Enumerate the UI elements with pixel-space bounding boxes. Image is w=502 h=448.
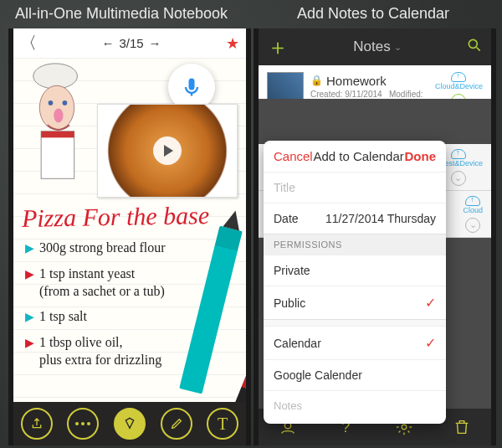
chef-illustration bbox=[17, 62, 97, 196]
right-phone: ＋ Notes ⌄ 🔒 Homework Created: 9/11/2014 bbox=[254, 28, 496, 445]
add-button[interactable]: ＋ bbox=[267, 33, 289, 62]
back-button[interactable]: 〈 bbox=[20, 32, 37, 54]
recipe-title: Pizza For the base bbox=[22, 201, 210, 233]
date-value: 11/27/2014 Thursday bbox=[325, 212, 436, 225]
ingredient-list: ▶300g strong bread flour ▶1 tsp instant … bbox=[25, 239, 166, 378]
search-button[interactable] bbox=[466, 37, 483, 57]
left-header: All-in-One Multimedia Notebook bbox=[15, 5, 228, 23]
chevron-down-icon: ⌄ bbox=[394, 42, 402, 53]
svg-point-19 bbox=[402, 425, 407, 430]
left-phone: 〈 ← 3/15 → ★ bbox=[8, 28, 251, 445]
date-row[interactable]: Date 11/27/2014 Thursday bbox=[264, 203, 446, 234]
google-calendar-row[interactable]: Google Calender bbox=[264, 359, 446, 390]
right-topbar: ＋ Notes ⌄ bbox=[259, 28, 491, 65]
pager-counter: 3/15 bbox=[119, 36, 143, 50]
left-screen: 〈 ← 3/15 → ★ bbox=[13, 28, 246, 445]
expand-icon[interactable]: ⌄ bbox=[465, 218, 480, 233]
svg-rect-6 bbox=[41, 131, 74, 138]
bullet-icon: ▶ bbox=[25, 241, 34, 256]
svg-point-2 bbox=[49, 100, 54, 106]
pager[interactable]: ← 3/15 → bbox=[44, 36, 219, 50]
pen-tool-button[interactable] bbox=[114, 408, 146, 440]
cloud-status-icon: Cloud bbox=[463, 196, 483, 214]
more-button[interactable] bbox=[67, 408, 99, 440]
svg-point-3 bbox=[63, 100, 68, 106]
add-to-calendar-popup: Cancel Add to Calendar Done Title Date 1… bbox=[264, 141, 446, 424]
list-item: ▶300g strong bread flour bbox=[25, 239, 166, 257]
favorite-star-icon[interactable]: ★ bbox=[226, 34, 239, 53]
lock-icon: 🔒 bbox=[310, 75, 323, 86]
check-icon: ✓ bbox=[425, 335, 436, 351]
svg-point-8 bbox=[469, 39, 477, 48]
svg-point-1 bbox=[39, 85, 74, 130]
expand-icon[interactable]: ⌄ bbox=[451, 171, 466, 186]
cancel-button[interactable]: Cancel bbox=[274, 149, 313, 163]
share-button[interactable] bbox=[21, 408, 53, 440]
check-icon: ✓ bbox=[425, 295, 436, 311]
left-toolbar: T bbox=[13, 402, 246, 445]
list-item: ▶1 tsp instant yeast (from a sachet or a… bbox=[25, 265, 166, 301]
bullet-icon: ▶ bbox=[25, 336, 34, 351]
right-header: Add Notes to Calendar bbox=[297, 5, 449, 23]
popup-title: Add to Calendar bbox=[313, 149, 403, 163]
svg-point-4 bbox=[54, 109, 63, 123]
note-canvas[interactable]: Pizza For the base ▶300g strong bread fl… bbox=[13, 59, 246, 410]
divider bbox=[264, 319, 446, 326]
pager-prev-icon[interactable]: ← bbox=[101, 36, 114, 50]
notes-dropdown[interactable]: Notes ⌄ bbox=[353, 39, 401, 55]
svg-rect-7 bbox=[189, 79, 195, 90]
calendar-row[interactable]: Calendar ✓ bbox=[264, 326, 446, 359]
bullet-icon: ▶ bbox=[25, 267, 34, 282]
pencil-graphic bbox=[179, 226, 243, 394]
pizza-video-thumbnail[interactable] bbox=[97, 104, 238, 198]
pencil-tool-button[interactable] bbox=[161, 408, 192, 440]
note-title: Homework bbox=[326, 74, 387, 88]
list-item: ▶1 tbsp olive oil, plus extra for drizzl… bbox=[25, 334, 166, 369]
permissions-header: PERMISSIONS bbox=[264, 234, 446, 255]
right-screen: ＋ Notes ⌄ 🔒 Homework Created: 9/11/2014 bbox=[259, 28, 491, 445]
permission-public-row[interactable]: Public ✓ bbox=[264, 286, 446, 319]
play-icon[interactable] bbox=[153, 136, 182, 165]
svg-rect-5 bbox=[41, 131, 74, 178]
bullet-icon: ▶ bbox=[25, 310, 34, 325]
pager-next-icon[interactable]: → bbox=[149, 36, 161, 50]
notes-field[interactable]: Notes bbox=[264, 390, 446, 424]
svg-point-0 bbox=[33, 64, 78, 89]
created-label: Created: 9/11/2014 bbox=[310, 90, 382, 99]
text-tool-button[interactable]: T bbox=[207, 408, 238, 440]
date-label: Date bbox=[274, 212, 299, 225]
list-item: ▶1 tsp salt bbox=[25, 308, 166, 326]
permission-private-row[interactable]: Private bbox=[264, 255, 446, 286]
cloud-status-icon: Cloud&Device bbox=[435, 72, 483, 90]
done-button[interactable]: Done bbox=[404, 149, 436, 163]
title-field[interactable]: Title bbox=[264, 172, 446, 203]
